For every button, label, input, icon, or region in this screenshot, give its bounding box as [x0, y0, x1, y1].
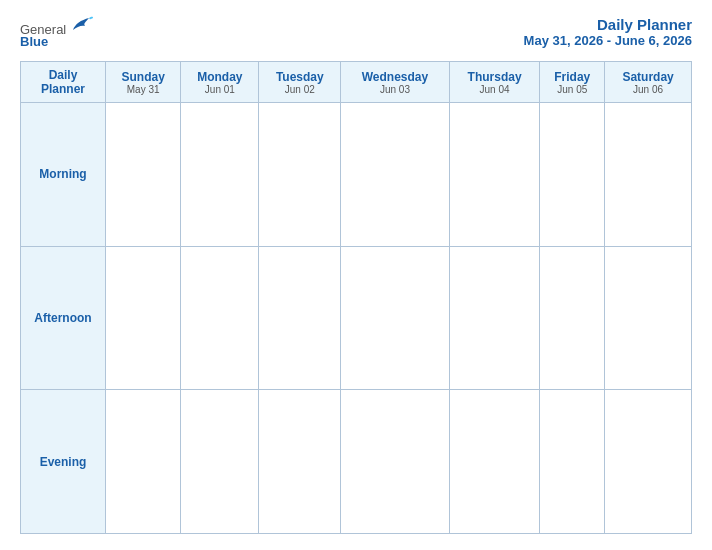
col-header-monday: Monday Jun 01 [181, 62, 259, 103]
col-header-friday: Friday Jun 05 [540, 62, 605, 103]
morning-friday-cell[interactable] [540, 103, 605, 247]
tuesday-label: Tuesday [263, 70, 336, 84]
sunday-label: Sunday [110, 70, 176, 84]
thursday-label: Thursday [454, 70, 536, 84]
monday-date: Jun 01 [185, 84, 254, 95]
col-header-saturday: Saturday Jun 06 [605, 62, 692, 103]
saturday-label: Saturday [609, 70, 687, 84]
page-header: General Blue Daily Planner May 31, 2026 … [20, 16, 692, 49]
evening-friday-cell[interactable] [540, 390, 605, 534]
calendar-header-row: Daily Planner Sunday May 31 Monday Jun 0… [21, 62, 692, 103]
friday-date: Jun 05 [544, 84, 600, 95]
tuesday-date: Jun 02 [263, 84, 336, 95]
monday-label: Monday [185, 70, 254, 84]
morning-tuesday-cell[interactable] [259, 103, 341, 247]
afternoon-sunday-cell[interactable] [106, 246, 181, 390]
calendar-table: Daily Planner Sunday May 31 Monday Jun 0… [20, 61, 692, 534]
evening-row: Evening [21, 390, 692, 534]
wednesday-date: Jun 03 [345, 84, 445, 95]
morning-label: Morning [21, 103, 106, 247]
evening-tuesday-cell[interactable] [259, 390, 341, 534]
corner-header: Daily Planner [21, 62, 106, 103]
col-header-wednesday: Wednesday Jun 03 [341, 62, 450, 103]
col-header-thursday: Thursday Jun 04 [449, 62, 540, 103]
morning-sunday-cell[interactable] [106, 103, 181, 247]
logo-bird-icon [71, 16, 93, 34]
evening-monday-cell[interactable] [181, 390, 259, 534]
title-area: Daily Planner May 31, 2026 - June 6, 202… [524, 16, 692, 48]
afternoon-friday-cell[interactable] [540, 246, 605, 390]
afternoon-wednesday-cell[interactable] [341, 246, 450, 390]
corner-label-line1: Daily [25, 68, 101, 82]
sunday-date: May 31 [110, 84, 176, 95]
evening-wednesday-cell[interactable] [341, 390, 450, 534]
afternoon-row: Afternoon [21, 246, 692, 390]
page-subtitle: May 31, 2026 - June 6, 2026 [524, 33, 692, 48]
afternoon-thursday-cell[interactable] [449, 246, 540, 390]
afternoon-label: Afternoon [21, 246, 106, 390]
morning-thursday-cell[interactable] [449, 103, 540, 247]
morning-monday-cell[interactable] [181, 103, 259, 247]
evening-label: Evening [21, 390, 106, 534]
evening-sunday-cell[interactable] [106, 390, 181, 534]
afternoon-tuesday-cell[interactable] [259, 246, 341, 390]
afternoon-monday-cell[interactable] [181, 246, 259, 390]
page-title: Daily Planner [524, 16, 692, 33]
col-header-tuesday: Tuesday Jun 02 [259, 62, 341, 103]
evening-saturday-cell[interactable] [605, 390, 692, 534]
morning-wednesday-cell[interactable] [341, 103, 450, 247]
corner-label-line2: Planner [25, 82, 101, 96]
evening-thursday-cell[interactable] [449, 390, 540, 534]
logo: General Blue [20, 16, 93, 49]
morning-saturday-cell[interactable] [605, 103, 692, 247]
afternoon-saturday-cell[interactable] [605, 246, 692, 390]
morning-row: Morning [21, 103, 692, 247]
saturday-date: Jun 06 [609, 84, 687, 95]
friday-label: Friday [544, 70, 600, 84]
thursday-date: Jun 04 [454, 84, 536, 95]
col-header-sunday: Sunday May 31 [106, 62, 181, 103]
wednesday-label: Wednesday [345, 70, 445, 84]
